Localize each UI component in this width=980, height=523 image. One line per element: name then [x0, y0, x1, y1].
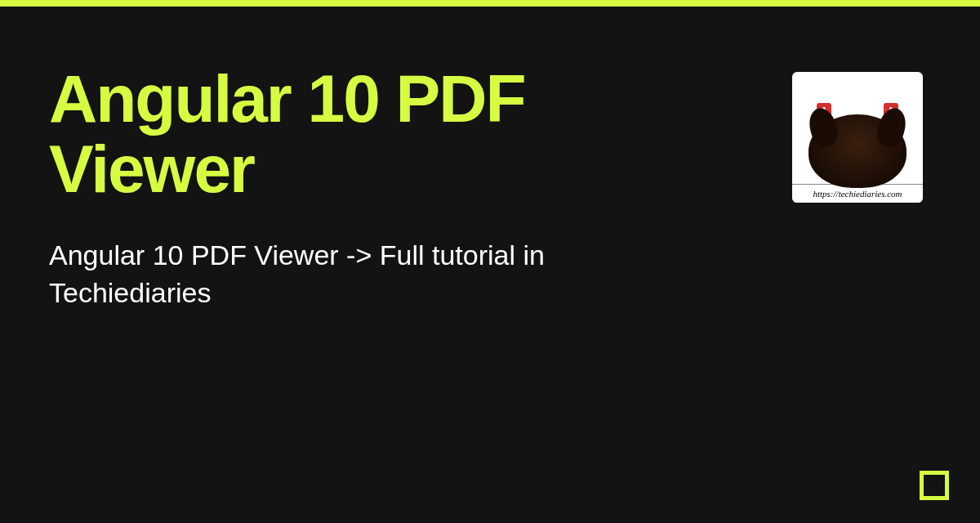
- page-description: Angular 10 PDF Viewer -> Full tutorial i…: [49, 237, 621, 312]
- site-avatar: A A https://techiediaries.com: [792, 72, 923, 203]
- dog-mascot-icon: [808, 114, 906, 188]
- text-column: Angular 10 PDF Viewer Angular 10 PDF Vie…: [49, 64, 621, 312]
- page-title: Angular 10 PDF Viewer: [49, 64, 621, 204]
- main-content: Angular 10 PDF Viewer Angular 10 PDF Vie…: [0, 7, 980, 312]
- corner-square-icon: [920, 471, 949, 500]
- avatar-column: A A https://techiediaries.com: [792, 72, 923, 203]
- top-accent-bar: [0, 0, 980, 7]
